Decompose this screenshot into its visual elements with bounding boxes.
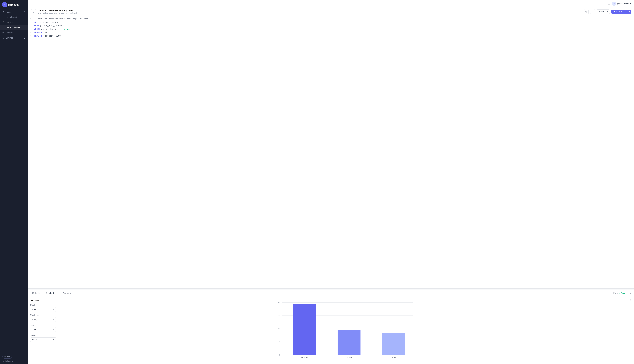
topbar: ⊡ P patrickdevivo ▾ bbox=[28, 0, 634, 8]
add-view-button[interactable]: + Add view ▾ bbox=[60, 291, 74, 295]
history-button[interactable]: ◷ bbox=[590, 9, 595, 14]
collapse-icon: « bbox=[2, 360, 4, 362]
bar-open[interactable] bbox=[382, 333, 405, 355]
tab-close-bar-chart[interactable]: × bbox=[55, 292, 57, 294]
tab-bar-chart[interactable]: ▪ Bar chart × bbox=[42, 291, 59, 296]
query-header: ⊟ Count of Renovate PRs by State Enter a… bbox=[28, 8, 634, 16]
bar-merged[interactable] bbox=[293, 304, 316, 355]
logo-icon: M bbox=[2, 2, 7, 7]
code-line-6: 6 ORDER BY count(*) DESC bbox=[28, 34, 634, 38]
y-axis-label: Y-axis bbox=[30, 324, 56, 326]
table-icon: ⊞ bbox=[32, 292, 34, 294]
chart-menu-icon[interactable]: ≡ bbox=[630, 298, 631, 301]
svg-text:160: 160 bbox=[276, 301, 280, 304]
sidebar-item-label-repos: Repos bbox=[6, 11, 12, 13]
add-view-chevron: ▾ bbox=[72, 292, 73, 294]
timing: 21ms bbox=[613, 292, 618, 294]
chevron-down-icon-settings: ∨ bbox=[24, 37, 26, 39]
collapse-label: Collapse bbox=[5, 360, 13, 362]
queries-icon: ☰ bbox=[2, 21, 4, 23]
sidebar-item-queries[interactable]: ☰ Queries ∧ bbox=[0, 20, 28, 25]
code-line-7: 7 bbox=[28, 38, 634, 41]
success-icon: ● bbox=[619, 292, 620, 294]
code-line-1: 1 -- count of renovate PRs across repos … bbox=[28, 17, 634, 21]
x-axis-setting: X-axis state count bbox=[30, 304, 56, 312]
sidebar-item-settings[interactable]: ⚙ Settings ∨ bbox=[0, 35, 28, 40]
tab-table-label: Table bbox=[35, 292, 40, 294]
svg-text:OPEN: OPEN bbox=[391, 356, 396, 359]
x-axis-label: X-axis bbox=[30, 304, 56, 306]
sidebar-subitem-label-auto-import: Auto Import bbox=[6, 16, 17, 18]
run-button[interactable]: Run (⌘ + ↵) bbox=[611, 10, 627, 14]
svg-text:120: 120 bbox=[276, 314, 280, 317]
success-badge: ● Success bbox=[619, 292, 628, 294]
query-description[interactable]: Enter a short description for this query… bbox=[38, 12, 78, 14]
expand-button[interactable]: ⤢ bbox=[630, 292, 632, 294]
chevron-up-icon-queries: ∧ bbox=[24, 21, 26, 23]
code-lines: 1 -- count of renovate PRs across repos … bbox=[28, 16, 634, 42]
svg-text:MERGED: MERGED bbox=[300, 356, 309, 359]
sidebar-nav: ⊙ Repos ∧ Auto Import ☰ Queries ∧ Saved … bbox=[0, 9, 28, 40]
svg-text:80: 80 bbox=[278, 328, 280, 330]
code-line-4: 4 WHERE author_login = 'renovate' bbox=[28, 28, 634, 31]
sidebar-item-auto-import[interactable]: Auto Import bbox=[0, 15, 28, 20]
save-dropdown-button[interactable]: ▾ bbox=[606, 10, 610, 14]
beta-badge[interactable]: ◌ beta bbox=[2, 355, 12, 358]
query-title[interactable]: Count of Renovate PRs by State bbox=[38, 9, 78, 12]
y-axis-select[interactable]: count state bbox=[30, 327, 56, 332]
sidebar-bottom: ◌ beta « Collapse bbox=[0, 353, 28, 364]
app-name: MergeStat bbox=[8, 4, 19, 6]
y-axis-setting: Y-axis count state bbox=[30, 324, 56, 332]
chart-container: Settings X-axis state count X-axis type … bbox=[28, 297, 634, 364]
header-title-area: ⊟ Count of Renovate PRs by State Enter a… bbox=[31, 9, 78, 14]
settings-title: Settings bbox=[30, 299, 56, 302]
resize-handle-bar bbox=[328, 289, 334, 290]
x-axis-type-setting: X-axis type string number date bbox=[30, 314, 56, 322]
sidebar-item-repos[interactable]: ⊙ Repos ∧ bbox=[0, 9, 28, 15]
sidebar-subitem-label-saved-queries: Saved Queries bbox=[6, 26, 20, 28]
beta-icon: ◌ bbox=[4, 356, 6, 358]
chevron-up-icon: ∧ bbox=[24, 11, 26, 13]
header-left: Count of Renovate PRs by State Enter a s… bbox=[38, 9, 78, 14]
results-tabs: ⊞ Table ▪ Bar chart × + Add view ▾ 21ms … bbox=[28, 290, 634, 297]
resize-handle[interactable] bbox=[28, 288, 634, 290]
run-button-group: Run (⌘ + ↵) ▾ bbox=[611, 10, 631, 14]
code-line-5: 5 GROUP BY state bbox=[28, 31, 634, 34]
sidebar-item-label-queries: Queries bbox=[6, 21, 13, 23]
series-select[interactable]: Select state count bbox=[30, 338, 56, 342]
svg-text:0: 0 bbox=[279, 354, 280, 356]
code-editor[interactable]: 1 -- count of renovate PRs across repos … bbox=[28, 16, 634, 288]
bar-closed[interactable] bbox=[338, 330, 360, 355]
bar-chart-area: ≡ 0 40 80 120 160 bbox=[59, 297, 634, 364]
success-label: Success bbox=[621, 292, 628, 294]
code-line-2: 2 SELECT state, count(*) bbox=[28, 21, 634, 24]
tab-table[interactable]: ⊞ Table bbox=[30, 291, 42, 296]
app-logo[interactable]: M MergeStat bbox=[0, 0, 28, 9]
save-button-group: Save ▾ bbox=[597, 10, 610, 14]
series-label: Series bbox=[30, 334, 56, 336]
settings-icon: ⚙ bbox=[2, 37, 4, 39]
connect-icon: ◎ bbox=[2, 31, 4, 34]
collapse-button[interactable]: « Collapse bbox=[2, 360, 26, 362]
sidebar-item-connect[interactable]: ◎ Connect bbox=[0, 30, 28, 35]
sidebar: M MergeStat ⊙ Repos ∧ Auto Import ☰ Quer… bbox=[0, 0, 28, 364]
tab-right: 21ms ● Success ⤢ bbox=[613, 292, 632, 294]
repos-icon: ⊙ bbox=[2, 11, 4, 13]
user-menu[interactable]: P patrickdevivo ▾ bbox=[612, 2, 631, 6]
x-axis-type-label: X-axis type bbox=[30, 314, 56, 316]
code-line-3: 3 FROM github_pull_requests bbox=[28, 24, 634, 28]
x-axis-select[interactable]: state count bbox=[30, 307, 56, 312]
run-dropdown-button[interactable]: ▾ bbox=[627, 10, 631, 14]
user-chevron: ▾ bbox=[630, 2, 631, 5]
settings-button[interactable]: ⚙ bbox=[584, 9, 589, 14]
main-content: ⊡ P patrickdevivo ▾ ⊟ Count of Renovate … bbox=[28, 0, 634, 364]
layout-icon[interactable]: ⊡ bbox=[608, 2, 610, 5]
svg-text:40: 40 bbox=[278, 341, 280, 343]
tab-bar-chart-label: Bar chart bbox=[46, 292, 54, 294]
add-view-label: + Add view bbox=[61, 292, 71, 294]
save-button[interactable]: Save bbox=[597, 10, 606, 14]
beta-label: beta bbox=[7, 356, 10, 358]
x-axis-type-select[interactable]: string number date bbox=[30, 317, 56, 322]
query-icon: ⊟ bbox=[31, 9, 36, 14]
sidebar-item-saved-queries[interactable]: Saved Queries bbox=[0, 25, 28, 30]
